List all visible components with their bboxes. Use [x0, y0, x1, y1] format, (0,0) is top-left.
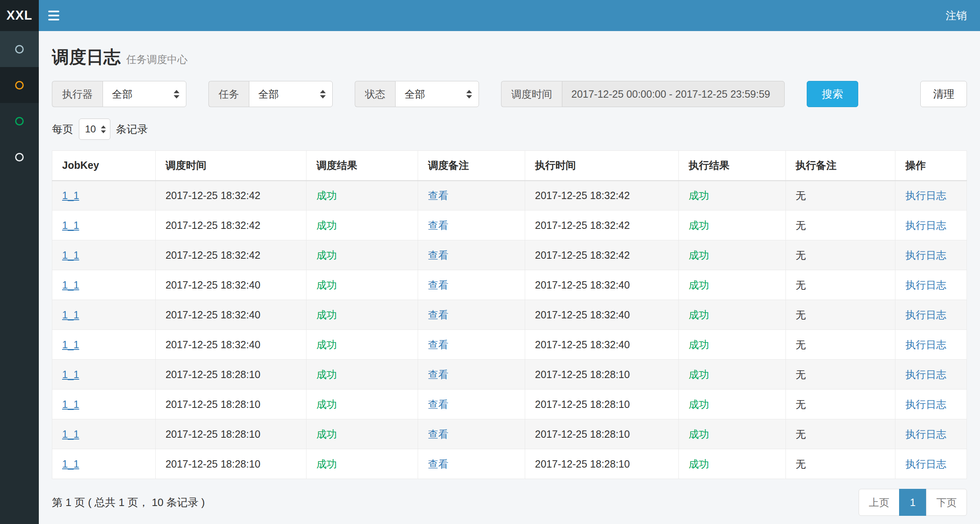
job-select[interactable]: 全部 [249, 81, 333, 107]
sidebar-item-3[interactable] [0, 103, 39, 139]
jobkey-cell: 1_1 [52, 390, 156, 419]
trigger-msg-link[interactable]: 查看 [428, 249, 448, 261]
trigger-msg-link[interactable]: 查看 [428, 190, 448, 201]
trigger-msg-link[interactable]: 查看 [428, 339, 448, 350]
trigger-msg-link[interactable]: 查看 [428, 428, 448, 440]
jobkey-cell: 1_1 [52, 210, 156, 240]
exec-log-link[interactable]: 执行日志 [905, 399, 946, 410]
handle-result-cell: 成功 [679, 210, 786, 240]
clear-button[interactable]: 清理 [920, 81, 967, 107]
jobkey-link[interactable]: 1_1 [62, 399, 79, 410]
table-row: 1_1 2017-12-25 18:28:10 成功 查看 2017-12-25… [52, 449, 967, 479]
exec-log-link[interactable]: 执行日志 [905, 309, 946, 320]
exec-log-link[interactable]: 执行日志 [905, 339, 946, 350]
table-row: 1_1 2017-12-25 18:32:40 成功 查看 2017-12-25… [52, 330, 967, 360]
sidebar-item-2[interactable] [0, 67, 39, 103]
jobkey-link[interactable]: 1_1 [62, 219, 79, 231]
executor-select[interactable]: 全部 [103, 81, 186, 107]
action-cell: 执行日志 [895, 360, 967, 390]
header-handle-result: 执行结果 [679, 151, 786, 181]
exec-log-link[interactable]: 执行日志 [905, 249, 946, 261]
navbar-spacer [68, 0, 933, 31]
sidebar-toggle-button[interactable] [39, 0, 68, 31]
circle-o-icon [15, 153, 24, 161]
header-handle-time: 执行时间 [525, 151, 679, 181]
handle-time-cell: 2017-12-25 18:32:42 [525, 181, 679, 210]
search-button[interactable]: 搜索 [807, 81, 858, 107]
jobkey-cell: 1_1 [52, 449, 156, 479]
exec-log-link[interactable]: 执行日志 [905, 428, 946, 440]
header-action: 操作 [895, 151, 967, 181]
trigger-time-cell: 2017-12-25 18:28:10 [155, 419, 306, 449]
handle-result-cell: 成功 [679, 270, 786, 300]
handle-time-cell: 2017-12-25 18:32:40 [525, 270, 679, 300]
table-row: 1_1 2017-12-25 18:32:42 成功 查看 2017-12-25… [52, 181, 967, 210]
handle-result-cell: 成功 [679, 300, 786, 330]
jobkey-cell: 1_1 [52, 240, 156, 270]
handle-msg-cell: 无 [785, 360, 895, 390]
table-row: 1_1 2017-12-25 18:32:40 成功 查看 2017-12-25… [52, 300, 967, 330]
trigger-msg-cell: 查看 [418, 210, 525, 240]
handle-time-cell: 2017-12-25 18:28:10 [525, 449, 679, 479]
select-arrows-icon [466, 90, 472, 99]
table-row: 1_1 2017-12-25 18:32:40 成功 查看 2017-12-25… [52, 270, 967, 300]
table-row: 1_1 2017-12-25 18:28:10 成功 查看 2017-12-25… [52, 419, 967, 449]
trigger-msg-link[interactable]: 查看 [428, 369, 448, 380]
sidebar-item-4[interactable] [0, 139, 39, 175]
trigger-msg-link[interactable]: 查看 [428, 219, 448, 231]
handle-time-cell: 2017-12-25 18:28:10 [525, 419, 679, 449]
logout-link[interactable]: 注销 [933, 0, 980, 31]
exec-log-link[interactable]: 执行日志 [905, 369, 946, 380]
exec-log-link[interactable]: 执行日志 [905, 219, 946, 231]
page-size-select[interactable]: 10 [79, 119, 110, 140]
job-filter-group: 任务 全部 [208, 81, 333, 107]
status-select[interactable]: 全部 [395, 81, 479, 107]
time-range-input[interactable]: 2017-12-25 00:00:00 - 2017-12-25 23:59:5… [562, 81, 785, 107]
page-subtitle: 任务调度中心 [126, 53, 188, 66]
jobkey-link[interactable]: 1_1 [62, 369, 79, 380]
jobkey-link[interactable]: 1_1 [62, 190, 79, 201]
trigger-msg-link[interactable]: 查看 [428, 399, 448, 410]
handle-msg-cell: 无 [785, 330, 895, 360]
trigger-msg-link[interactable]: 查看 [428, 458, 448, 470]
trigger-msg-link[interactable]: 查看 [428, 309, 448, 320]
page-size-value: 10 [85, 123, 96, 135]
page-title: 调度日志 [52, 46, 121, 69]
trigger-msg-cell: 查看 [418, 330, 525, 360]
jobkey-link[interactable]: 1_1 [62, 309, 79, 320]
trigger-msg-cell: 查看 [418, 390, 525, 419]
header-trigger-time: 调度时间 [155, 151, 306, 181]
sidebar-item-1[interactable] [0, 31, 39, 67]
jobkey-link[interactable]: 1_1 [62, 428, 79, 440]
trigger-result-cell: 成功 [307, 360, 418, 390]
action-cell: 执行日志 [895, 270, 967, 300]
trigger-msg-link[interactable]: 查看 [428, 279, 448, 291]
header-handle-msg: 执行备注 [785, 151, 895, 181]
circle-o-icon [15, 81, 24, 90]
executor-filter-label: 执行器 [52, 81, 103, 107]
next-page-button[interactable]: 下页 [926, 489, 967, 516]
exec-log-link[interactable]: 执行日志 [905, 279, 946, 291]
jobkey-link[interactable]: 1_1 [62, 249, 79, 261]
handle-msg-cell: 无 [785, 181, 895, 210]
handle-result-cell: 成功 [679, 419, 786, 449]
handle-result-cell: 成功 [679, 360, 786, 390]
handle-msg-cell: 无 [785, 390, 895, 419]
circle-o-icon [15, 45, 24, 54]
jobkey-link[interactable]: 1_1 [62, 339, 79, 350]
circle-o-icon [15, 117, 24, 125]
app-logo: XXL [0, 0, 39, 31]
exec-log-link[interactable]: 执行日志 [905, 190, 946, 201]
handle-msg-cell: 无 [785, 210, 895, 240]
current-page-button[interactable]: 1 [899, 489, 926, 516]
exec-log-link[interactable]: 执行日志 [905, 458, 946, 470]
trigger-result-cell: 成功 [307, 330, 418, 360]
jobkey-link[interactable]: 1_1 [62, 458, 79, 470]
jobkey-link[interactable]: 1_1 [62, 279, 79, 291]
handle-result-cell: 成功 [679, 240, 786, 270]
handle-result-cell: 成功 [679, 449, 786, 479]
trigger-msg-cell: 查看 [418, 419, 525, 449]
select-arrows-icon [174, 90, 179, 99]
content-header: 调度日志 任务调度中心 [52, 46, 967, 69]
prev-page-button[interactable]: 上页 [859, 489, 899, 516]
